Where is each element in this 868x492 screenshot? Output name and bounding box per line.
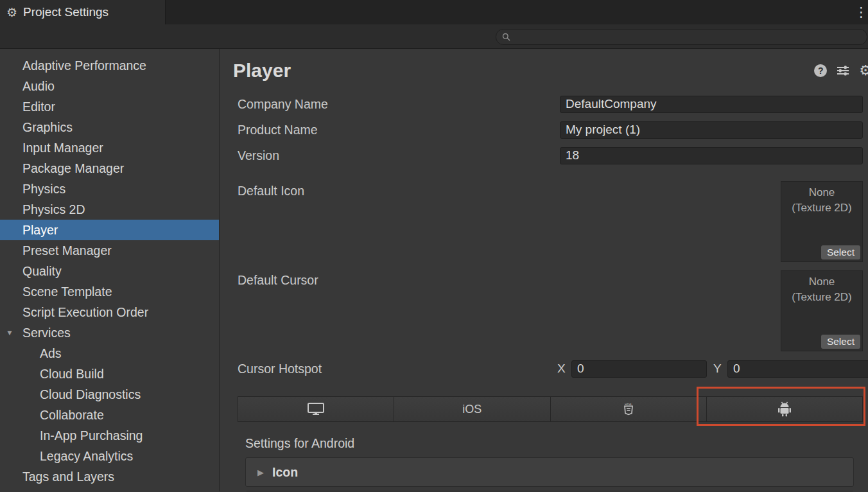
- gear-icon: ⚙: [6, 6, 17, 19]
- header-icons: ? ⚙: [814, 64, 868, 78]
- sidebar-item-label: Cloud Diagnostics: [40, 387, 141, 402]
- field-label: Default Cursor: [233, 270, 781, 288]
- search-box[interactable]: [496, 29, 867, 45]
- hotspot-x-field[interactable]: [571, 360, 707, 378]
- sidebar-item-adaptive-performance[interactable]: ▼ Adaptive Performance: [0, 55, 219, 76]
- sidebar-item-textmesh-pro[interactable]: ▼ TextMesh Pro: [0, 487, 219, 491]
- y-axis-label: Y: [713, 362, 725, 376]
- sidebar-item-graphics[interactable]: ▼ Graphics: [0, 117, 219, 137]
- kebab-menu-icon[interactable]: ⋮: [855, 4, 866, 20]
- tab-webgl[interactable]: HTML: [551, 397, 707, 421]
- select-button[interactable]: Select: [821, 245, 860, 259]
- foldout-arrow-icon[interactable]: ▼: [6, 328, 13, 337]
- default-icon-row: Default Icon None (Texture 2D) Select: [233, 181, 863, 262]
- sidebar-item-label: Collaborate: [40, 408, 104, 423]
- sidebar-item-label: Services: [22, 326, 71, 340]
- sidebar-item-label: Adaptive Performance: [22, 58, 146, 73]
- gear-icon[interactable]: ⚙: [859, 64, 868, 78]
- sidebar-item-label: Preset Manager: [22, 243, 112, 258]
- window-tab-project-settings[interactable]: ⚙ Project Settings: [0, 0, 166, 24]
- foldout-arrow-icon: ▶: [257, 468, 264, 477]
- search-icon: [502, 33, 510, 41]
- field-label: Product Name: [233, 123, 560, 137]
- next-foldout-clipped[interactable]: [245, 491, 854, 491]
- sidebar-item-label: Audio: [22, 79, 55, 94]
- platform-tab-bar: iOS HTML: [238, 396, 863, 422]
- company-name-field[interactable]: [560, 96, 863, 113]
- search-input[interactable]: [514, 30, 867, 44]
- sidebar-item-editor[interactable]: ▼ Editor: [0, 96, 219, 117]
- sidebar-item-script-execution-order[interactable]: ▼ Script Execution Order: [0, 302, 219, 322]
- object-value-line2: (Texture 2D): [781, 290, 862, 305]
- sidebar-item-cloud-diagnostics[interactable]: ▼ Cloud Diagnostics: [0, 384, 219, 405]
- sidebar-list: ▼ Adaptive Performance ▼ Audio ▼ Editor …: [0, 55, 219, 491]
- sidebar-item-quality[interactable]: ▼ Quality: [0, 261, 219, 281]
- sidebar-item-in-app-purchasing[interactable]: ▼ In-App Purchasing: [0, 425, 219, 446]
- sidebar-item-label: Input Manager: [22, 141, 103, 155]
- default-cursor-object-picker[interactable]: None (Texture 2D) Select: [781, 270, 863, 351]
- field-label: Company Name: [233, 97, 560, 112]
- sidebar-item-label: Legacy Analytics: [40, 449, 133, 464]
- cursor-hotspot-row: Cursor Hotspot X Y: [233, 359, 863, 378]
- sidebar-item-services[interactable]: ▼ Services: [0, 322, 219, 343]
- sidebar-item-physics-2d[interactable]: ▼ Physics 2D: [0, 199, 219, 220]
- sidebar-item-label: Ads: [40, 346, 62, 361]
- html5-icon: HTML: [623, 402, 634, 417]
- sidebar-item-preset-manager[interactable]: ▼ Preset Manager: [0, 240, 219, 261]
- sidebar-item-label: Quality: [22, 264, 62, 279]
- sidebar-item-label: In-App Purchasing: [40, 428, 143, 443]
- toolbar: [0, 24, 868, 49]
- product-name-row: Product Name: [233, 117, 863, 143]
- player-settings-panel: Player ?: [220, 49, 868, 491]
- tab-ios[interactable]: iOS: [394, 397, 550, 421]
- help-icon[interactable]: ?: [814, 64, 827, 77]
- sidebar-item-package-manager[interactable]: ▼ Package Manager: [0, 158, 219, 179]
- default-cursor-row: Default Cursor None (Texture 2D) Select: [233, 270, 863, 351]
- settings-sidebar: ▼ Adaptive Performance ▼ Audio ▼ Editor …: [0, 49, 220, 491]
- default-icon-object-picker[interactable]: None (Texture 2D) Select: [781, 181, 863, 262]
- sidebar-item-label: Graphics: [22, 120, 73, 135]
- sidebar-item-legacy-analytics[interactable]: ▼ Legacy Analytics: [0, 446, 219, 466]
- x-axis-label: X: [557, 362, 569, 376]
- sidebar-item-label: Script Execution Order: [22, 305, 148, 320]
- sidebar-item-label: TextMesh Pro: [22, 490, 99, 492]
- panel-header: Player ?: [233, 57, 863, 85]
- presets-icon[interactable]: [837, 65, 849, 76]
- sidebar-item-player[interactable]: ▼ Player: [0, 220, 219, 240]
- object-value-line2: (Texture 2D): [781, 200, 862, 216]
- sidebar-item-ads[interactable]: ▼ Ads: [0, 343, 219, 364]
- sidebar-item-label: Physics: [22, 182, 65, 197]
- sidebar-item-label: Scene Template: [22, 285, 112, 299]
- tab-ios-label: iOS: [462, 403, 482, 416]
- page-title: Player: [233, 60, 291, 82]
- sidebar-item-label: Package Manager: [22, 161, 124, 176]
- sidebar-item-input-manager[interactable]: ▼ Input Manager: [0, 137, 219, 158]
- settings-for-platform-header: Settings for Android: [233, 436, 863, 452]
- product-name-field[interactable]: [560, 121, 863, 139]
- svg-text:HTML: HTML: [625, 402, 632, 405]
- select-button[interactable]: Select: [821, 335, 860, 349]
- field-label: Version: [233, 148, 560, 163]
- sidebar-item-label: Cloud Build: [40, 367, 104, 382]
- sidebar-item-label: Physics 2D: [22, 202, 85, 217]
- sidebar-item-scene-template[interactable]: ▼ Scene Template: [0, 281, 219, 302]
- window-tab-title: Project Settings: [23, 5, 108, 19]
- version-field[interactable]: [560, 147, 863, 164]
- company-name-row: Company Name: [233, 91, 863, 117]
- hotspot-y-field[interactable]: [727, 360, 868, 378]
- object-value-line1: None: [781, 185, 862, 200]
- tab-android[interactable]: [707, 397, 862, 421]
- sidebar-item-physics[interactable]: ▼ Physics: [0, 179, 219, 199]
- tab-standalone[interactable]: [238, 397, 394, 421]
- sidebar-item-audio[interactable]: ▼ Audio: [0, 76, 219, 96]
- version-row: Version: [233, 143, 863, 168]
- sidebar-item-label: Tags and Layers: [22, 470, 114, 484]
- sidebar-item-collaborate[interactable]: ▼ Collaborate: [0, 405, 219, 425]
- sidebar-item-cloud-build[interactable]: ▼ Cloud Build: [0, 364, 219, 384]
- foldout-label: Icon: [272, 465, 298, 480]
- icon-foldout[interactable]: ▶ Icon: [245, 457, 854, 487]
- sidebar-item-tags-and-layers[interactable]: ▼ Tags and Layers: [0, 466, 219, 487]
- field-label: Default Icon: [233, 181, 781, 198]
- object-value-line1: None: [781, 274, 862, 290]
- sidebar-item-label: Editor: [22, 100, 55, 114]
